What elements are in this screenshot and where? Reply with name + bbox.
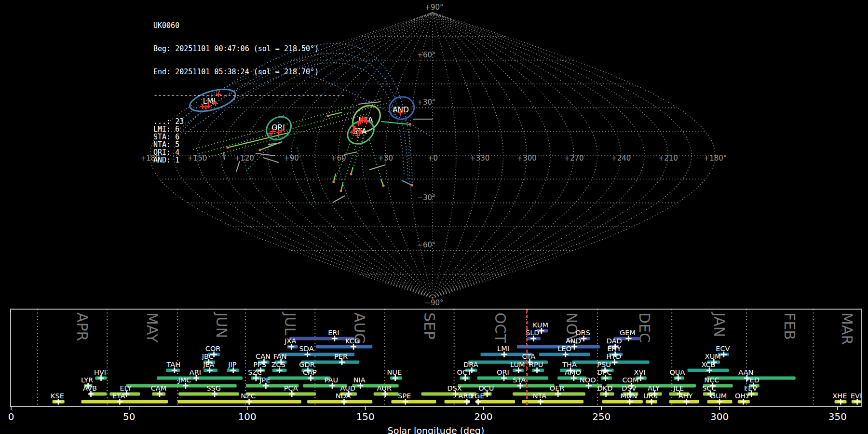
shower-label-JEA: JEA	[203, 361, 214, 368]
pole-label-north: +90°	[424, 3, 443, 12]
shower-label-HVI: HVI	[94, 368, 106, 376]
shower-label-NOO: NOO	[580, 376, 596, 384]
lat-label: +60°	[417, 51, 435, 59]
count-total: ...: 23	[153, 118, 345, 125]
month-label-JUL: JUL	[282, 312, 298, 336]
shower-label-ORS: ORS	[575, 329, 590, 337]
shower-label-SPE: SPE	[398, 392, 411, 400]
shower-label-CAN: CAN	[256, 353, 271, 360]
grid-meridian	[433, 13, 668, 298]
shower-label-NDA: NDA	[336, 392, 351, 400]
meteor-segment	[381, 122, 410, 124]
shower-label-ORI: ORI	[497, 368, 509, 376]
shower-label-GDR: GDR	[299, 361, 314, 368]
shower-bar-ERI	[289, 337, 354, 340]
shower-bar-SPE	[391, 400, 436, 404]
lon-label: +270	[564, 154, 583, 163]
radiant-sky-map: LMIORINTASTAAND+180+150+120+90+60+30+0+3…	[0, 0, 868, 309]
lon-label: +180°	[704, 154, 727, 163]
shower-label-LEO: LEO	[557, 345, 571, 353]
meteor-endpoint-dot	[408, 123, 411, 125]
lat-label: +30°	[417, 98, 435, 107]
shower-label-COM: COM	[622, 376, 638, 384]
shower-label-OER: OER	[550, 384, 565, 392]
shower-label-CAP: CAP	[303, 368, 317, 376]
count-AND: AND: 1	[153, 156, 345, 164]
shower-label-SDA: SDA	[299, 345, 314, 353]
meteor-analysis-screen: LMIORINTASTAAND+180+150+120+90+60+30+0+3…	[0, 0, 868, 434]
shower-label-PER: PER	[334, 353, 348, 360]
shower-label-NUE: NUE	[387, 368, 402, 376]
shower-label-KSE: KSE	[51, 392, 64, 400]
shower-label-NTA: NTA	[533, 392, 547, 400]
shower-label-DKD: DKD	[597, 384, 613, 392]
count-STA: STA: 6	[153, 133, 345, 141]
shower-label-DRA: DRA	[463, 361, 478, 368]
shower-label-AUD: AUD	[340, 384, 355, 392]
lon-label: +330	[470, 154, 489, 163]
shower-label-ZCS: ZCS	[271, 361, 285, 368]
shower-label-XUM: XUM	[705, 353, 721, 360]
shower-bar-EGE	[475, 400, 515, 404]
shower-label-SZC: SZC	[248, 368, 262, 376]
month-label-MAY: MAY	[144, 312, 161, 343]
shower-bar-SSG	[178, 393, 239, 396]
shower-label-JXA: JXA	[284, 337, 296, 345]
lon-label: +0	[427, 154, 438, 163]
shower-label-OCU: OCU	[478, 384, 494, 392]
station-id: UK0060	[153, 22, 345, 29]
shower-label-EHY: EHY	[607, 345, 621, 353]
shower-bar-NOO	[559, 384, 602, 388]
separator-line: ----------------------------------------…	[153, 91, 345, 99]
shower-label-DSV: DSV	[622, 384, 636, 392]
shower-label-JIP: JIP	[228, 361, 237, 368]
meteor-endpoint-dot	[350, 173, 352, 175]
meteor-segment	[358, 102, 381, 104]
shower-label-AUR: AUR	[377, 384, 392, 392]
shower-label-EGE: EGE	[470, 392, 485, 400]
meteor-endpoint-dot	[382, 184, 384, 187]
shower-bar-OER	[513, 393, 585, 396]
shower-bar-MON	[602, 400, 643, 404]
shower-bar-ARI	[157, 377, 243, 380]
meteor-segment	[333, 196, 345, 203]
month-label-JAN: JAN	[711, 312, 728, 337]
shower-label-XVI: XVI	[634, 368, 645, 376]
lon-label: +210	[658, 154, 678, 163]
meteor-endpoint-dot	[410, 184, 413, 186]
shower-label-KUM: KUM	[533, 321, 548, 329]
shower-label-OHY: OHY	[735, 392, 750, 400]
shower-label-FED: FED	[746, 376, 760, 384]
shower-label-RPU: RPU	[529, 361, 543, 368]
shower-label-LMI: LMI	[497, 345, 509, 353]
shower-label-TAH: TAH	[166, 361, 181, 368]
shower-label-AVB: AVB	[83, 384, 97, 392]
shower-label-DSX: DSX	[447, 384, 461, 392]
count-NTA: NTA: 5	[153, 141, 345, 149]
shower-bar-NZC	[177, 400, 301, 404]
shower-label-XHE: XHE	[832, 392, 847, 400]
count-ORI: ORI: 4	[153, 149, 345, 156]
lon-label: +240	[611, 154, 631, 163]
axis-tick-label: 350	[828, 411, 847, 422]
shower-label-FAN: FAN	[273, 353, 287, 360]
shower-label-ALY: ALY	[648, 384, 660, 392]
shower-label-ECV: ECV	[716, 345, 730, 353]
month-label-JUN: JUN	[213, 312, 230, 338]
shower-label-NCC: NCC	[704, 376, 719, 384]
shower-label-KCG: KCG	[345, 337, 360, 345]
shower-label-ELY: ELY	[120, 384, 131, 392]
shower-label-OCT: OCT	[457, 368, 472, 376]
shower-bar-NTA	[522, 400, 583, 404]
shower-label-DPC: DPC	[597, 368, 612, 376]
month-label-APR: APR	[74, 312, 91, 341]
month-label-MAR: MAR	[839, 312, 855, 345]
axis-tick-label: 250	[592, 411, 610, 422]
shower-bar-ETA	[81, 400, 168, 404]
shower-label-NZC: NZC	[241, 392, 256, 400]
lat-label: −60°	[417, 241, 435, 249]
lat-label: −30°	[417, 193, 435, 202]
activity-timeline: APRMAYJUNJULAUGSEPOCTNOVDECJANFEBMARKUME…	[0, 309, 868, 434]
shower-label-AHY: AHY	[678, 392, 693, 400]
shower-label-MON: MON	[621, 392, 637, 400]
